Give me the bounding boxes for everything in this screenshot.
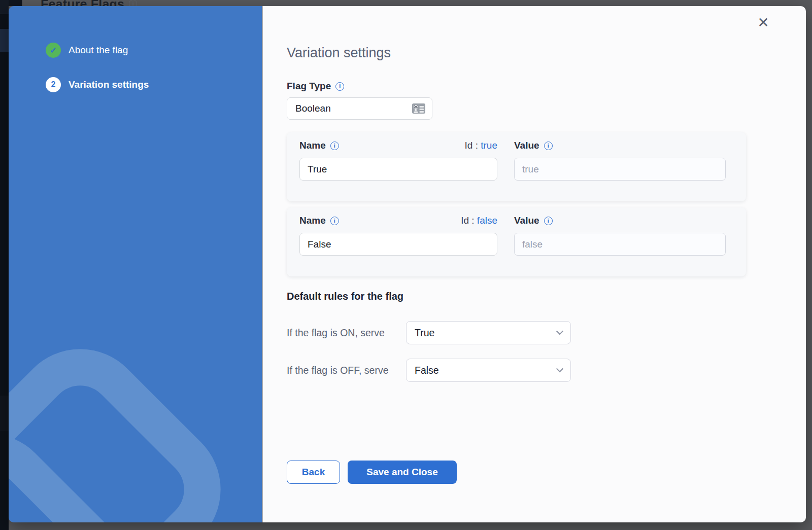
wizard-steps: ✓ About the flag 2 Variation settings — [9, 6, 263, 92]
variation-settings-panel: ✕ Variation settings Flag Type i Boolean — [263, 6, 806, 522]
close-icon[interactable]: ✕ — [756, 16, 770, 30]
boolean-flag-type-icon — [412, 102, 426, 115]
info-icon[interactable]: i — [544, 142, 553, 150]
variation-header-row: Name i Id : true Value — [299, 139, 733, 181]
variation-card-true: Name i Id : true Value — [287, 132, 746, 201]
on-rule-label: If the flag is ON, serve — [287, 327, 406, 339]
variation-value-input — [514, 158, 726, 181]
on-rule-select[interactable]: True — [406, 321, 571, 344]
id-value-link[interactable]: true — [481, 140, 497, 151]
name-column: Name i Id : true — [299, 139, 497, 181]
info-icon[interactable]: i — [335, 82, 344, 91]
variation-header-row: Name i Id : false Value — [299, 215, 733, 256]
name-column: Name i Id : false — [299, 215, 497, 256]
step-label: About the flag — [69, 45, 128, 56]
app-logo-slot — [0, 0, 9, 14]
variation-name-input[interactable] — [299, 233, 497, 256]
flag-type-label-row: Flag Type i — [287, 81, 806, 92]
step-label: Variation settings — [69, 79, 149, 90]
off-rule-select[interactable]: False — [406, 359, 571, 382]
off-rule-value: False — [415, 365, 557, 376]
wizard-sidebar: ✓ About the flag 2 Variation settings — [9, 6, 263, 522]
value-label: Value — [514, 215, 539, 226]
info-icon: i — [129, 0, 137, 6]
default-rules-heading: Default rules for the flag — [287, 291, 806, 302]
variation-card-false: Name i Id : false Value — [287, 207, 746, 276]
on-rule-value: True — [415, 327, 557, 339]
rule-row-off: If the flag is OFF, serve False — [287, 359, 806, 382]
create-flag-modal: ✓ About the flag 2 Variation settings ✕ … — [9, 6, 806, 522]
id-value-link[interactable]: false — [477, 215, 497, 226]
flag-type-value: Boolean — [295, 103, 412, 114]
value-column: Value i — [514, 215, 726, 256]
step-complete-check-icon: ✓ — [46, 43, 61, 58]
app-nav-active-item — [0, 29, 9, 52]
chevron-down-icon — [556, 365, 563, 372]
variation-id: Id : true — [465, 140, 497, 151]
step-variation-settings[interactable]: 2 Variation settings — [46, 77, 263, 92]
step-number-badge: 2 — [46, 77, 61, 92]
id-label: Id : — [461, 215, 474, 226]
flag-type-select[interactable]: Boolean — [287, 97, 432, 120]
variation-value-input — [514, 233, 726, 256]
page-title: Feature Flags i — [41, 0, 137, 6]
flag-type-label: Flag Type — [287, 81, 331, 92]
info-icon[interactable]: i — [544, 217, 553, 225]
step-about-the-flag[interactable]: ✓ About the flag — [46, 43, 263, 58]
name-label: Name — [299, 215, 326, 226]
info-icon[interactable]: i — [330, 217, 339, 225]
chevron-down-icon — [556, 328, 563, 335]
back-button[interactable]: Back — [287, 461, 340, 484]
variation-id: Id : false — [461, 215, 497, 226]
page-title-text: Feature Flags — [41, 0, 124, 6]
variation-name-input[interactable] — [299, 158, 497, 181]
save-and-close-button[interactable]: Save and Close — [348, 461, 457, 484]
id-label: Id : — [465, 140, 478, 151]
off-rule-label: If the flag is OFF, serve — [287, 365, 406, 376]
value-column: Value i — [514, 139, 726, 181]
app-nav-item — [0, 396, 9, 431]
name-label: Name — [299, 140, 326, 151]
rule-row-on: If the flag is ON, serve True — [287, 321, 806, 344]
info-icon[interactable]: i — [330, 142, 339, 150]
dimmed-page-header: Feature Flags i — [0, 0, 812, 6]
panel-content: Variation settings Flag Type i Boolean — [263, 45, 806, 484]
value-label: Value — [514, 140, 539, 151]
footer-buttons: Back Save and Close — [287, 461, 806, 484]
app-nav-sidebar — [0, 0, 9, 530]
sidebar-divider — [262, 6, 263, 522]
panel-title: Variation settings — [287, 45, 806, 61]
